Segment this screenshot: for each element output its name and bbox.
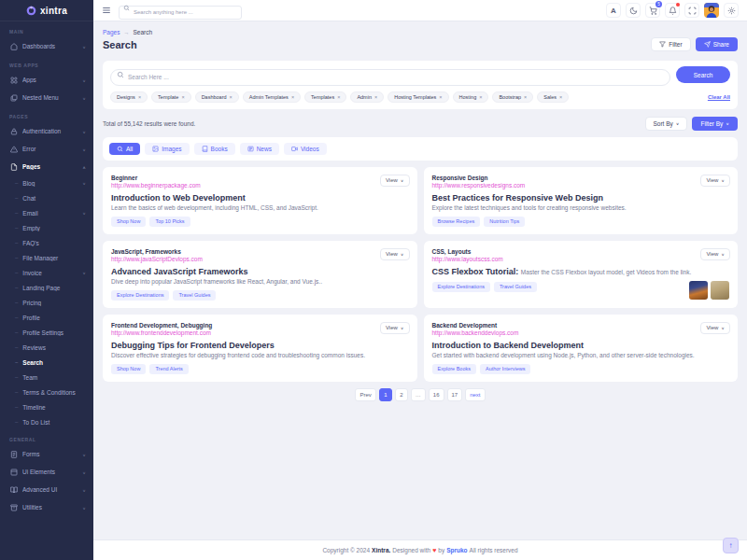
tab-books[interactable]: Books (194, 143, 235, 155)
sidebar-item-forms[interactable]: Forms ∨ (0, 445, 93, 463)
video-thumbnail-image[interactable] (711, 281, 729, 300)
cart-icon[interactable]: 5 (645, 3, 660, 18)
remove-tag-icon[interactable]: × (337, 94, 340, 100)
share-button[interactable]: Share (696, 37, 738, 51)
sidebar-item-reviews[interactable]: Reviews (0, 340, 93, 355)
tag-designs[interactable]: Designs× (110, 91, 148, 103)
sidebar-item-file-manager[interactable]: File Manager (0, 250, 93, 265)
result-badge[interactable]: Explore Destinations (432, 282, 490, 292)
notifications-icon[interactable] (665, 3, 680, 18)
sidebar-item-pricing[interactable]: Pricing (0, 295, 93, 310)
result-url[interactable]: http://www.frontenddevelopment.com (111, 329, 409, 336)
remove-tag-icon[interactable]: × (559, 94, 562, 100)
result-title[interactable]: Introduction to Backend Development (432, 341, 730, 350)
tab-images[interactable]: Images (145, 143, 189, 155)
result-badge[interactable]: Browse Recipes (432, 217, 481, 227)
filter-button[interactable]: Filter (651, 37, 690, 51)
sidebar-item-timeline[interactable]: Timeline (0, 399, 93, 414)
result-url[interactable]: http://www.javaScriptDevlops.com (111, 256, 409, 262)
result-url[interactable]: http://www.beginnerpackage.com (111, 182, 409, 189)
search-submit-button[interactable]: Search (676, 66, 730, 83)
result-badge[interactable]: Shop Now (111, 364, 146, 374)
sidebar-item-authentication[interactable]: Authentication ∨ (0, 122, 93, 140)
pagination-ellipsis[interactable]: … (411, 388, 426, 401)
result-title[interactable]: Advanced JavaScript Frameworks (111, 267, 409, 276)
result-title[interactable]: CSS Flexbox Tutorial: (432, 267, 519, 276)
settings-gear-icon[interactable] (724, 3, 739, 18)
brand-logo[interactable]: xintra (0, 0, 93, 21)
scroll-to-top-button[interactable]: ↑ (723, 538, 739, 553)
remove-tag-icon[interactable]: × (374, 94, 377, 100)
sidebar-item-apps[interactable]: Apps ∨ (0, 71, 93, 89)
sidebar-item-empty[interactable]: Empty (0, 220, 93, 235)
sidebar-item-profile-settings[interactable]: Profile Settings (0, 325, 93, 340)
result-url[interactable]: http://www.layoutscss.com (432, 256, 730, 262)
pagination-page-17[interactable]: 17 (447, 388, 463, 401)
sidebar-item-to-do-list[interactable]: To Do List (0, 414, 93, 429)
sidebar-item-profile[interactable]: Profile (0, 310, 93, 325)
remove-tag-icon[interactable]: × (230, 94, 233, 100)
breadcrumb-parent[interactable]: Pages (103, 29, 120, 35)
clear-all-link[interactable]: Clear All (708, 94, 730, 100)
sidebar-item-terms-conditions[interactable]: Terms & Conditions (0, 385, 93, 399)
view-dropdown-button[interactable]: View∨ (380, 175, 410, 187)
view-dropdown-button[interactable]: View∨ (380, 248, 410, 260)
result-url[interactable]: http://www.backenddevlops.com (432, 329, 730, 336)
sidebar-item-nested-menu[interactable]: Nested Menu ∨ (0, 89, 93, 106)
menu-toggle-icon[interactable] (102, 6, 111, 15)
result-badge[interactable]: Author Interviews (480, 364, 531, 374)
tag-admin[interactable]: Admin× (350, 91, 384, 103)
result-badge[interactable]: Top 10 Picks (149, 217, 190, 227)
tab-videos[interactable]: Videos (284, 143, 327, 155)
sidebar-item-faqs[interactable]: FAQ's (0, 235, 93, 250)
sidebar-item-ui-elements[interactable]: Ui Elements ∨ (0, 463, 93, 481)
sidebar-item-error[interactable]: Error ∨ (0, 140, 93, 158)
view-dropdown-button[interactable]: View∨ (380, 322, 410, 334)
pagination-page-16[interactable]: 16 (429, 388, 444, 401)
result-badge[interactable]: Explore Books (432, 364, 476, 374)
tab-news[interactable]: News (240, 143, 279, 155)
result-title[interactable]: Debugging Tips for Frontend Developers (111, 341, 409, 350)
sidebar-item-utilities[interactable]: Utilities ∨ (0, 498, 93, 516)
tag-template[interactable]: Template× (151, 91, 191, 103)
sidebar-item-landing-page[interactable]: Landing Page (0, 280, 93, 295)
tag-dashboard[interactable]: Dashboard× (195, 91, 239, 103)
tag-bootstrap[interactable]: Bootstrap× (492, 91, 533, 103)
user-avatar[interactable] (704, 3, 719, 18)
view-dropdown-button[interactable]: View∨ (700, 322, 730, 334)
remove-tag-icon[interactable]: × (439, 94, 442, 100)
global-search-input[interactable] (119, 6, 242, 20)
result-badge[interactable]: Shop Now (111, 217, 146, 227)
result-badge[interactable]: Travel Guides (494, 282, 537, 292)
result-badge[interactable]: Travel Guides (173, 290, 216, 301)
remove-tag-icon[interactable]: × (524, 94, 527, 100)
result-badge[interactable]: Trend Alerts (149, 364, 188, 374)
pagination-prev[interactable]: Prev (355, 388, 375, 401)
result-url[interactable]: http://www.responsivedesigns.com (432, 182, 730, 189)
remove-tag-icon[interactable]: × (138, 94, 141, 100)
sidebar-item-pages[interactable]: Pages ∧ (0, 158, 93, 175)
tag-hosting[interactable]: Hosting× (453, 91, 489, 103)
sidebar-item-search[interactable]: Search (0, 355, 93, 370)
footer-designer-link[interactable]: Spruko (446, 547, 467, 553)
pagination-page-2[interactable]: 2 (395, 388, 408, 401)
remove-tag-icon[interactable]: × (291, 94, 294, 100)
filter-by-button[interactable]: Filter By ∨ (692, 117, 738, 131)
result-title[interactable]: Introduction to Web Development (111, 193, 409, 203)
tab-all[interactable]: All (109, 143, 140, 155)
tag-hosting-templates[interactable]: Hosting Templates× (388, 91, 448, 103)
sort-by-button[interactable]: Sort By ∨ (645, 117, 688, 131)
result-title[interactable]: Best Practices for Responsive Web Design (432, 193, 730, 203)
result-badge[interactable]: Nutrition Tips (484, 217, 525, 227)
tag-templates[interactable]: Templates× (304, 91, 346, 103)
sidebar-item-invoice[interactable]: Invoice∨ (0, 265, 93, 280)
pagination-next[interactable]: next (465, 388, 485, 401)
results-search-input[interactable] (110, 69, 670, 86)
view-dropdown-button[interactable]: View∨ (700, 248, 730, 260)
pagination-page-1[interactable]: 1 (379, 388, 392, 401)
sidebar-item-advanced-ui[interactable]: Advanced UI ∨ (0, 481, 93, 498)
sidebar-item-team[interactable]: Team (0, 370, 93, 385)
fullscreen-icon[interactable] (684, 3, 699, 18)
tag-sales[interactable]: Sales× (537, 91, 569, 103)
language-icon[interactable]: A (606, 3, 621, 18)
